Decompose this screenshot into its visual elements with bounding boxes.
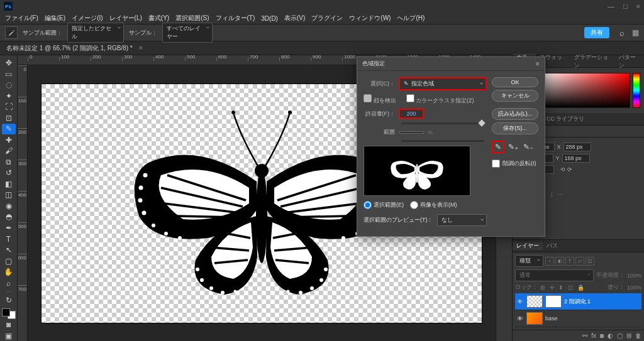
detect-faces-checkbox bbox=[364, 94, 372, 102]
blur-tool[interactable]: ◉ bbox=[2, 201, 16, 212]
blend-mode-dropdown[interactable]: 通常 bbox=[515, 269, 594, 281]
opacity-value[interactable]: 100% bbox=[627, 273, 641, 279]
x-input[interactable] bbox=[564, 143, 591, 151]
close-button[interactable]: × bbox=[636, 3, 640, 10]
menu-edit[interactable]: 編集(E) bbox=[43, 14, 67, 23]
color-field[interactable] bbox=[538, 73, 630, 108]
color-cluster-checkbox[interactable] bbox=[406, 94, 414, 102]
preview-mode-dropdown[interactable]: なし bbox=[437, 214, 487, 226]
menu-3d[interactable]: 3D(D) bbox=[260, 15, 279, 22]
radio-image[interactable]: 画像を表示(M) bbox=[410, 201, 457, 209]
menu-layer[interactable]: レイヤー(L) bbox=[108, 14, 143, 23]
y-input[interactable] bbox=[562, 154, 590, 163]
ruler-vertical: 0100200300400500600700 bbox=[18, 65, 28, 341]
menu-view[interactable]: 表示(V) bbox=[283, 14, 306, 23]
menu-select[interactable]: 選択範囲(S) bbox=[174, 14, 210, 23]
history-brush-tool[interactable]: ↺ bbox=[2, 168, 16, 178]
tolerance-input[interactable]: 200 bbox=[399, 109, 424, 119]
link-layers-icon[interactable]: ⚯ bbox=[582, 332, 587, 339]
sample-range-dropdown[interactable]: 指定したピクセル bbox=[67, 23, 124, 43]
wand-tool[interactable]: ✦ bbox=[2, 91, 16, 102]
radio-selection[interactable]: 選択範囲(E) bbox=[364, 201, 404, 209]
filter-pixel-icon[interactable]: ▫ bbox=[545, 257, 554, 266]
dialog-titlebar[interactable]: 色域指定 × bbox=[357, 57, 545, 71]
tab-layers[interactable]: レイヤー bbox=[513, 242, 543, 250]
layer-style-icon[interactable]: fx bbox=[591, 332, 596, 339]
brush-tool[interactable]: 🖌 bbox=[2, 146, 16, 156]
delete-layer-icon[interactable]: 🗑 bbox=[635, 332, 641, 339]
layer-visibility-icon[interactable]: 👁 bbox=[516, 315, 524, 322]
menu-type[interactable]: 書式(Y) bbox=[147, 14, 170, 23]
color-range-dialog: 色域指定 × 選択(C)： ✎指定色域 顔を検出 カラークラスタ指定(Z) 許容… bbox=[357, 57, 545, 237]
menu-help[interactable]: ヘルプ(H) bbox=[396, 14, 426, 23]
marquee-tool[interactable]: ▭ bbox=[2, 69, 16, 80]
path-tool[interactable]: ↖ bbox=[2, 245, 16, 256]
adjustment-layer-icon[interactable]: ◐ bbox=[608, 332, 613, 339]
selection-preview bbox=[364, 146, 470, 196]
lasso-tool[interactable]: ◌ bbox=[2, 80, 16, 90]
filter-smart-icon[interactable]: ◫ bbox=[586, 257, 594, 266]
menu-filter[interactable]: フィルター(T) bbox=[214, 14, 257, 23]
eyedropper-add-icon[interactable]: ✎₊ bbox=[507, 141, 519, 153]
load-button[interactable]: 読み込み(L)... bbox=[492, 108, 538, 120]
share-button[interactable]: 共有 bbox=[584, 27, 609, 38]
quickmask-tool[interactable]: ◙ bbox=[2, 320, 16, 330]
filter-type-icon[interactable]: T bbox=[565, 257, 574, 266]
color-swatches[interactable] bbox=[2, 308, 16, 319]
hue-strip[interactable] bbox=[633, 73, 640, 108]
tab-close-icon[interactable]: × bbox=[139, 45, 143, 51]
eyedropper-tool[interactable]: ✎ bbox=[2, 124, 16, 134]
menu-plugin[interactable]: プラグイン bbox=[310, 14, 344, 23]
crop-tool[interactable]: ⛶ bbox=[2, 102, 16, 112]
new-layer-icon[interactable]: ⊞ bbox=[626, 332, 631, 339]
preview-mode-label: 選択範囲のプレビュー(T)： bbox=[364, 216, 433, 224]
fill-value[interactable]: 100% bbox=[627, 284, 641, 291]
dodge-tool[interactable]: ◓ bbox=[2, 212, 16, 222]
tolerance-slider[interactable] bbox=[401, 122, 484, 124]
shape-tool[interactable]: ▢ bbox=[2, 256, 16, 266]
menu-image[interactable]: イメージ(I) bbox=[70, 14, 104, 23]
stamp-tool[interactable]: ⧉ bbox=[2, 157, 16, 168]
save-button[interactable]: 保存(S)... bbox=[492, 122, 538, 134]
gradient-tool[interactable]: ◫ bbox=[2, 190, 16, 200]
filter-shape-icon[interactable]: ▱ bbox=[575, 257, 584, 266]
invert-checkbox[interactable] bbox=[492, 160, 500, 168]
menu-file[interactable]: ファイル(F) bbox=[4, 14, 40, 23]
maximize-button[interactable]: □ bbox=[623, 3, 628, 10]
select-dropdown[interactable]: ✎指定色域 bbox=[399, 77, 487, 90]
layer-filter-kind[interactable]: 種類 bbox=[515, 255, 543, 267]
dialog-close-icon[interactable]: × bbox=[535, 60, 540, 68]
frame-tool[interactable]: ⊡ bbox=[2, 113, 16, 124]
layer-visibility-icon[interactable]: 👁 bbox=[516, 298, 524, 305]
cancel-button[interactable]: キャンセル bbox=[492, 90, 538, 102]
foreground-swatch[interactable] bbox=[2, 308, 10, 317]
layer-item-base[interactable]: 👁 base bbox=[515, 310, 641, 327]
minimize-button[interactable]: — bbox=[608, 3, 614, 10]
eraser-tool[interactable]: ◧ bbox=[2, 179, 16, 190]
pen-tool[interactable]: ✒ bbox=[2, 223, 16, 234]
screenmode-tool[interactable]: ▣ bbox=[2, 330, 16, 341]
eyedropper-subtract-icon[interactable]: ✎₋ bbox=[522, 141, 535, 153]
menu-window[interactable]: ウィンドウ(W) bbox=[348, 14, 392, 23]
filter-adjust-icon[interactable]: ◐ bbox=[555, 257, 564, 266]
ok-button[interactable]: OK bbox=[492, 77, 538, 87]
tab-cclibrary[interactable]: CC ライブラリ bbox=[543, 115, 589, 123]
tab-gradients[interactable]: グラデーション bbox=[570, 53, 615, 70]
move-tool[interactable]: ✥ bbox=[2, 58, 16, 68]
search-icon[interactable]: ⌕ bbox=[619, 28, 625, 38]
svg-point-24 bbox=[319, 278, 323, 282]
workspace-icon[interactable]: ▦ bbox=[632, 28, 639, 37]
hand-tool[interactable]: ✋ bbox=[2, 267, 16, 278]
zoom-tool[interactable]: ⌕ bbox=[2, 278, 16, 288]
eyedropper-sample-icon[interactable]: ✎ bbox=[492, 141, 504, 153]
tab-paths[interactable]: パス bbox=[543, 242, 562, 250]
tool-preset-icon[interactable] bbox=[5, 26, 18, 39]
sample-dropdown[interactable]: すべてのレイヤー bbox=[162, 23, 213, 43]
type-tool[interactable]: T bbox=[2, 234, 16, 244]
tab-patterns[interactable]: パターン bbox=[615, 53, 644, 70]
layer-mask-icon[interactable]: ◙ bbox=[600, 332, 604, 339]
edit-toolbar[interactable]: ↻ bbox=[2, 295, 16, 306]
layer-item-threshold[interactable]: 👁 2 階調化 1 bbox=[515, 293, 641, 310]
group-icon[interactable]: ▢ bbox=[617, 332, 623, 339]
heal-tool[interactable]: ✚ bbox=[2, 135, 16, 146]
